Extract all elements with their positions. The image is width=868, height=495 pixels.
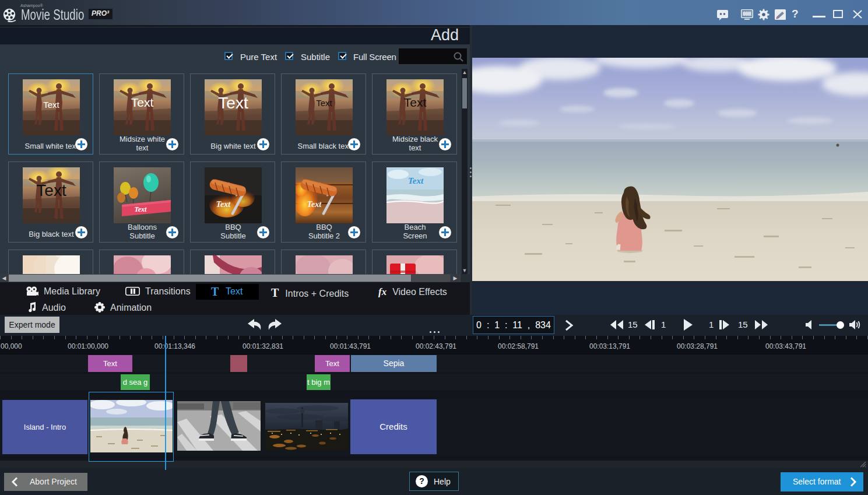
svg-text:Text: Text	[408, 176, 424, 185]
svg-text:Text: Text	[216, 200, 231, 209]
svg-text:Text: Text	[135, 205, 147, 213]
svg-text:Text: Text	[307, 200, 322, 209]
